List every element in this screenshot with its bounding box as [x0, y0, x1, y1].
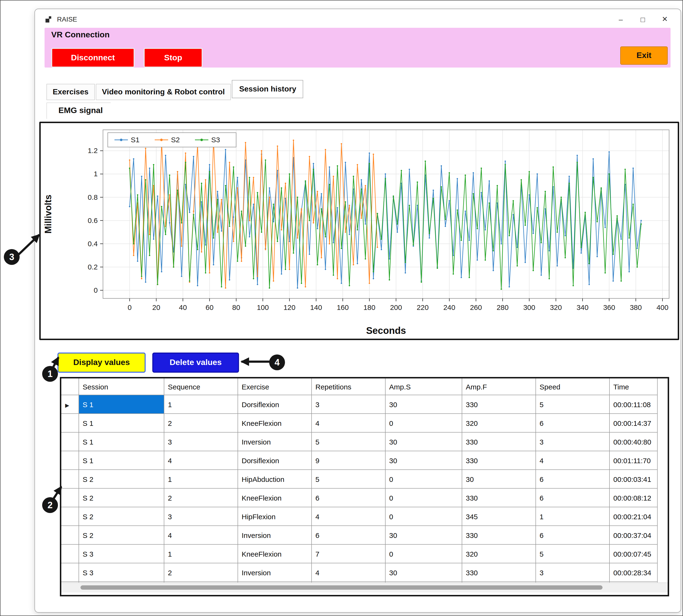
table-cell[interactable]: 5	[535, 544, 609, 563]
disconnect-button[interactable]: Disconnect	[51, 48, 135, 68]
row-header-cell[interactable]	[61, 563, 79, 582]
table-cell[interactable]: 0	[385, 544, 462, 563]
column-header[interactable]: Sequence	[164, 378, 238, 395]
titlebar[interactable]: RAISE – □ ✕	[35, 9, 681, 29]
table-cell[interactable]: S 2	[79, 526, 164, 544]
table-cell[interactable]: 5	[311, 470, 385, 488]
table-cell[interactable]: 30	[385, 526, 462, 544]
exit-button[interactable]: Exit	[620, 46, 668, 65]
table-cell[interactable]: 0	[385, 507, 462, 526]
table-cell[interactable]: 3	[164, 507, 238, 526]
table-row[interactable]: S 23HipFlexion40345100:00:21:04	[61, 507, 665, 526]
table-cell[interactable]: 00:00:11:08	[609, 395, 657, 414]
table-cell[interactable]: 1	[164, 395, 238, 414]
table-cell[interactable]: 3	[311, 395, 385, 414]
table-cell[interactable]: Inversion	[238, 563, 311, 582]
table-cell[interactable]: 4	[311, 507, 385, 526]
table-cell[interactable]: 00:00:07:45	[609, 544, 657, 563]
delete-values-button[interactable]: Delete values	[152, 353, 239, 373]
table-cell[interactable]: 00:00:28:34	[609, 563, 657, 582]
table-cell[interactable]: 00:00:40:80	[609, 432, 657, 451]
row-header-cell[interactable]	[61, 526, 79, 544]
table-cell[interactable]: 1	[164, 544, 238, 563]
table-cell[interactable]: S 1	[79, 414, 164, 432]
tab-video-monitoring-robot-control[interactable]: Video monitoring & Robot control	[95, 84, 231, 100]
table-cell[interactable]: 6	[311, 488, 385, 507]
table-cell[interactable]: S 3	[79, 544, 164, 563]
minimize-button[interactable]: –	[610, 9, 632, 29]
horizontal-scrollbar[interactable]	[61, 582, 668, 593]
column-header[interactable]: Amp.S	[385, 378, 462, 395]
horizontal-scrollbar-thumb[interactable]	[81, 585, 602, 590]
row-header-cell[interactable]: ▶	[61, 395, 79, 414]
table-cell[interactable]: 00:00:14:37	[609, 414, 657, 432]
table-cell[interactable]: 330	[462, 395, 535, 414]
table-cell[interactable]: 4	[535, 451, 609, 470]
table-cell[interactable]: 00:01:11:70	[609, 451, 657, 470]
table-cell[interactable]: S 1	[79, 395, 164, 414]
row-header-cell[interactable]	[61, 451, 79, 470]
table-cell[interactable]: 6	[535, 526, 609, 544]
row-header-cell[interactable]	[61, 544, 79, 563]
table-cell[interactable]: KneeFlexion	[238, 544, 311, 563]
table-cell[interactable]: 330	[462, 526, 535, 544]
table-cell[interactable]: 00:00:21:04	[609, 507, 657, 526]
table-cell[interactable]: 320	[462, 544, 535, 563]
table-cell[interactable]: 330	[462, 488, 535, 507]
table-cell[interactable]: S 1	[79, 451, 164, 470]
table-cell[interactable]: S 3	[79, 563, 164, 582]
table-cell[interactable]: 4	[311, 414, 385, 432]
table-cell[interactable]: S 2	[79, 488, 164, 507]
table-cell[interactable]: Inversion	[238, 432, 311, 451]
table-cell[interactable]: 00:00:08:12	[609, 488, 657, 507]
tab-session-history[interactable]: Session history	[232, 80, 303, 98]
table-cell[interactable]: 30	[385, 395, 462, 414]
table-cell[interactable]: 30	[385, 563, 462, 582]
table-row[interactable]: S 31KneeFlexion70320500:00:07:45	[61, 544, 665, 563]
row-header-cell[interactable]	[61, 432, 79, 451]
table-cell[interactable]: 345	[462, 507, 535, 526]
table-cell[interactable]: KneeFlexion	[238, 488, 311, 507]
table-cell[interactable]: Dorsiflexion	[238, 451, 311, 470]
column-header[interactable]: Session	[79, 378, 164, 395]
table-row[interactable]: S 22KneeFlexion60330600:00:08:12	[61, 488, 665, 507]
display-values-button[interactable]: Display values	[58, 353, 146, 373]
table-row[interactable]: S 12KneeFlexion40320600:00:14:37	[61, 414, 665, 432]
table-cell[interactable]: 1	[535, 507, 609, 526]
table-cell[interactable]: 6	[311, 526, 385, 544]
table-cell[interactable]: 4	[164, 526, 238, 544]
table-row[interactable]: S 24Inversion630330600:00:37:04	[61, 526, 665, 544]
table-cell[interactable]: 30	[385, 432, 462, 451]
table-cell[interactable]: 3	[535, 563, 609, 582]
maximize-button[interactable]: □	[632, 9, 654, 29]
tab-emg-signal[interactable]: EMG signal	[46, 103, 110, 119]
table-cell[interactable]: 5	[311, 432, 385, 451]
table-cell[interactable]: 2	[164, 488, 238, 507]
table-cell[interactable]: 00:00:03:41	[609, 470, 657, 488]
table-cell[interactable]: KneeFlexion	[238, 414, 311, 432]
table-cell[interactable]: 2	[164, 414, 238, 432]
column-header[interactable]: Exercise	[238, 378, 311, 395]
table-cell[interactable]: 0	[385, 470, 462, 488]
table-cell[interactable]: S 2	[79, 507, 164, 526]
table-corner-cell[interactable]	[61, 378, 79, 395]
table-cell[interactable]: 330	[462, 432, 535, 451]
table-cell[interactable]: 330	[462, 451, 535, 470]
table-cell[interactable]: HipAbduction	[238, 470, 311, 488]
table-cell[interactable]: 0	[385, 414, 462, 432]
table-cell[interactable]: 4	[164, 451, 238, 470]
table-cell[interactable]: S 2	[79, 470, 164, 488]
table-cell[interactable]: Inversion	[238, 526, 311, 544]
table-cell[interactable]: 0	[385, 488, 462, 507]
table-cell[interactable]: 1	[164, 470, 238, 488]
close-button[interactable]: ✕	[654, 9, 676, 29]
table-cell[interactable]: 30	[462, 470, 535, 488]
table-cell[interactable]: 3	[164, 432, 238, 451]
table-cell[interactable]: HipFlexion	[238, 507, 311, 526]
table-cell[interactable]: 6	[535, 414, 609, 432]
table-row[interactable]: S 21HipAbduction5030600:00:03:41	[61, 470, 665, 488]
tab-exercises[interactable]: Exercises	[46, 84, 94, 100]
column-header[interactable]: Repetitions	[311, 378, 385, 395]
table-cell[interactable]: 3	[535, 432, 609, 451]
table-cell[interactable]: 6	[535, 470, 609, 488]
